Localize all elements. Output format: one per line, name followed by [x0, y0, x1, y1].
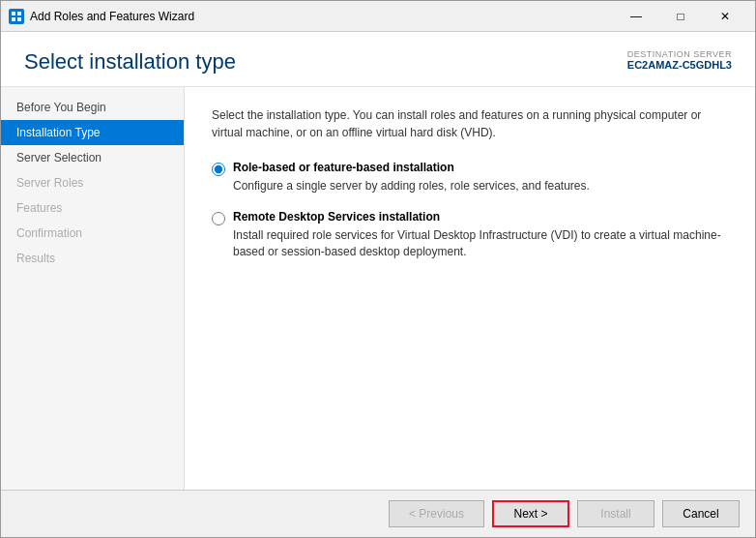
sidebar-item-features: Features [1, 195, 184, 221]
title-bar: Add Roles and Features Wizard — □ ✕ [1, 1, 755, 32]
sidebar-item-server-roles: Server Roles [1, 170, 184, 195]
sidebar-item-confirmation: Confirmation [1, 221, 184, 246]
description-text: Select the installation type. You can in… [212, 106, 728, 141]
window-title: Add Roles and Features Wizard [30, 10, 614, 23]
radio-desc-role-based: Configure a single server by adding role… [233, 178, 728, 194]
radio-option-remote-desktop: Remote Desktop Services installation Ins… [212, 210, 728, 260]
sidebar-item-before-you-begin[interactable]: Before You Begin [1, 95, 184, 120]
sidebar: Before You Begin Installation Type Serve… [1, 87, 185, 490]
main-layout: Before You Begin Installation Type Serve… [1, 87, 755, 490]
maximize-button[interactable]: □ [658, 1, 703, 32]
minimize-button[interactable]: — [614, 1, 658, 32]
sidebar-item-results: Results [1, 246, 184, 271]
radio-option-role-based: Role-based or feature-based installation… [212, 161, 728, 194]
close-button[interactable]: ✕ [703, 1, 747, 32]
app-icon [9, 9, 24, 24]
radio-input-remote-desktop[interactable] [212, 212, 225, 225]
window-controls: — □ ✕ [614, 1, 747, 32]
main-content: Select the installation type. You can in… [185, 87, 755, 490]
cancel-button[interactable]: Cancel [662, 500, 740, 527]
install-button[interactable]: Install [577, 500, 654, 527]
footer: < Previous Next > Install Cancel [1, 490, 755, 537]
svg-rect-2 [12, 17, 15, 21]
svg-rect-3 [17, 17, 21, 21]
wizard-window: Add Roles and Features Wizard — □ ✕ Sele… [0, 0, 756, 538]
radio-desc-remote-desktop: Install required role services for Virtu… [233, 227, 728, 260]
destination-server-info: DESTINATION SERVER EC2AMAZ-C5GDHL3 [627, 49, 732, 71]
page-header: Select installation type DESTINATION SER… [1, 32, 755, 87]
radio-title-remote-desktop: Remote Desktop Services installation [233, 210, 440, 224]
destination-server-name: EC2AMAZ-C5GDHL3 [627, 59, 732, 71]
svg-rect-1 [17, 12, 21, 15]
radio-title-role-based: Role-based or feature-based installation [233, 161, 454, 174]
radio-label-role-based[interactable]: Role-based or feature-based installation [212, 161, 728, 176]
svg-rect-0 [12, 12, 15, 15]
previous-button[interactable]: < Previous [389, 500, 484, 527]
page-title: Select installation type [24, 49, 236, 75]
sidebar-item-installation-type[interactable]: Installation Type [1, 120, 184, 145]
radio-label-remote-desktop[interactable]: Remote Desktop Services installation [212, 210, 728, 225]
radio-input-role-based[interactable] [212, 163, 225, 176]
next-button[interactable]: Next > [492, 500, 569, 527]
destination-server-label: DESTINATION SERVER [627, 49, 732, 59]
sidebar-item-server-selection[interactable]: Server Selection [1, 145, 184, 170]
